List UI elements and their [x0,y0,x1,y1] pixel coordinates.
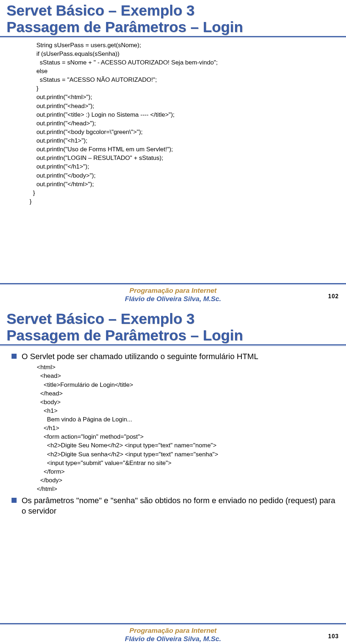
title-underline [6,36,340,39]
title-line-1: Servet Básico – Exemplo 3 [6,2,340,19]
slide-footer: Programação para Internet Flávio de Oliv… [0,623,346,643]
page-number: 102 [328,293,339,300]
slide-footer: Programação para Internet Flávio de Oliv… [0,283,346,303]
title-line-2: Passagem de Parâmetros – Login [6,327,340,344]
footer-line-2: Flávio de Oliveira Silva, M.Sc. [0,635,346,643]
html-code-block: <html> <head> <title>Formulário de Login… [22,363,340,493]
footer-rule [0,283,346,286]
bullet-item-1: O Servlet pode ser chamado utilizando o … [12,352,340,493]
slide-title: Servet Básico – Exemplo 3 Passagem de Pa… [6,310,340,347]
title-line-2: Passagem de Parâmetros – Login [6,19,340,35]
page-number: 103 [328,633,339,640]
bullet-list: O Servlet pode ser chamado utilizando o … [6,352,340,516]
bullet-text: Os parâmetros "nome" e "senha" são obtid… [22,496,340,516]
bullet-text: O Servlet pode ser chamado utilizando o … [22,352,340,362]
title-underline [6,344,340,347]
footer-text: Programação para Internet Flávio de Oliv… [0,627,346,643]
title-line-1: Servet Básico – Exemplo 3 [6,310,340,327]
footer-line-1: Programação para Internet [0,627,346,635]
slide-title: Servet Básico – Exemplo 3 Passagem de Pa… [6,2,340,39]
code-block: String sUserPass = users.get(sNome); if … [6,41,340,206]
footer-rule [0,623,346,626]
bullet-item-2: Os parâmetros "nome" e "senha" são obtid… [12,496,340,516]
footer-line-2: Flávio de Oliveira Silva, M.Sc. [0,295,346,303]
slide-2: Servet Básico – Exemplo 3 Passagem de Pa… [0,310,346,644]
slide-1: Servet Básico – Exemplo 3 Passagem de Pa… [0,2,346,308]
footer-text: Programação para Internet Flávio de Oliv… [0,287,346,303]
footer-line-1: Programação para Internet [0,287,346,295]
